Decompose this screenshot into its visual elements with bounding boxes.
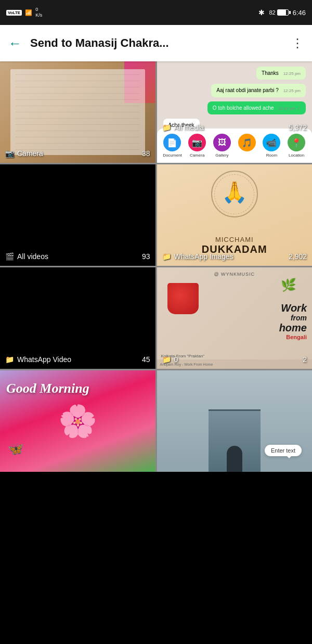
wynk-cell[interactable]: @ WYNKMUSIC 🌿 Work from home Bengali Kol… xyxy=(157,267,313,369)
toolbar: ← Send to Manasij Chakra... ⋮ xyxy=(0,25,312,61)
signal-icon: 📶 xyxy=(25,9,32,16)
whatsapp-images-label-left: 📁 WhatsApp Images xyxy=(162,252,233,261)
whatsapp-images-folder-icon: 📁 xyxy=(162,252,171,261)
battery-container: 82 xyxy=(269,9,288,16)
media-opt-camera: 📷 Camera xyxy=(186,134,209,158)
status-left: VoLTE 📶 0 K/s xyxy=(6,7,42,18)
audio-icon: 🎵 xyxy=(238,134,256,151)
camera-label: 📷 Camera 38 xyxy=(5,149,150,158)
good-morning-text: Good Morning xyxy=(6,381,89,396)
all-media-cell[interactable]: Thanks 12:25 pm Aaj raat obdi janate par… xyxy=(157,61,313,163)
camera-icon: 📷 xyxy=(5,149,14,158)
chat-bubble-1: Thanks 12:25 pm xyxy=(256,67,306,80)
enter-text-bubble: Enter text xyxy=(265,445,302,456)
all-media-folder-icon: 📁 xyxy=(162,123,171,132)
whatsapp-video-count: 45 xyxy=(142,355,150,364)
status-right: ✱ 82 6:46 xyxy=(258,8,306,17)
whatsapp-video-folder-icon: 📁 xyxy=(5,355,14,364)
all-videos-cell[interactable]: 🎬 All videos 93 xyxy=(0,164,155,266)
more-options-button[interactable]: ⋮ xyxy=(291,36,304,50)
camera-label-left: 📷 Camera xyxy=(5,149,43,158)
location-icon: 📍 xyxy=(288,134,305,151)
whatsapp-video-label-left: 📁 WhatsApp Video xyxy=(5,355,71,364)
document-label: Document xyxy=(163,153,181,158)
media-opt-audio: 🎵 xyxy=(236,134,258,158)
whatsapp-video-cell[interactable]: 📁 WhatsApp Video 45 xyxy=(0,267,155,369)
building-structure xyxy=(209,409,261,472)
battery-icon xyxy=(277,9,289,16)
document-icon: 📄 xyxy=(163,134,181,151)
media-camera-icon: 📷 xyxy=(188,134,206,151)
wynk-cup-decoration xyxy=(167,283,199,314)
media-opt-room: 📹 Room xyxy=(261,134,283,158)
video-icon: 🎬 xyxy=(5,252,14,261)
status-time: 6:46 xyxy=(293,9,306,17)
all-media-label: 📁 All media 5,372 xyxy=(162,123,307,132)
prayer-text-micchami: MICCHAMI xyxy=(215,236,254,243)
camera-label-text: Camera xyxy=(17,149,43,158)
all-videos-label: 🎬 All videos 93 xyxy=(5,252,150,261)
room-label: Room xyxy=(266,153,277,158)
enter-text-label: Enter text xyxy=(271,447,295,454)
wynk-text-from: from xyxy=(279,314,307,322)
gallery-icon: 🖼 xyxy=(213,134,231,151)
wynk-count: 2 xyxy=(303,355,307,364)
status-bar: VoLTE 📶 0 K/s ✱ 82 6:46 xyxy=(0,0,312,25)
all-media-label-left: 📁 All media xyxy=(162,123,204,132)
whatsapp-images-cell[interactable]: 🙏 MICCHAMI DUKKADAM 📁 WhatsApp Images 2,… xyxy=(157,164,313,266)
good-morning-cell[interactable]: Good Morning 🌸 🦋 xyxy=(0,370,155,472)
all-videos-count: 93 xyxy=(142,252,150,261)
battery-percent: 82 xyxy=(269,9,275,16)
whatsapp-images-label: 📁 WhatsApp Images 2,902 xyxy=(162,252,307,261)
volte-badge: VoLTE xyxy=(6,10,22,16)
wynk-plant-decoration: 🌿 xyxy=(281,278,296,292)
back-button[interactable]: ← xyxy=(8,35,22,51)
media-opt-gallery: 🖼 Gallery xyxy=(211,134,233,158)
camera-cell[interactable]: 📷 Camera 38 xyxy=(0,61,155,163)
all-videos-label-text: All videos xyxy=(17,252,48,261)
all-media-label-text: All media xyxy=(174,123,204,132)
media-opt-document: 📄 Document xyxy=(161,134,184,158)
chat-bubble-2: Aaj raat obdi janate parbi ? 12:25 pm xyxy=(211,84,306,97)
gallery-label: Gallery xyxy=(215,153,228,158)
whatsapp-images-label-text: WhatsApp Images xyxy=(174,252,233,261)
all-media-count: 5,372 xyxy=(289,123,307,132)
whatsapp-video-label: 📁 WhatsApp Video 45 xyxy=(5,355,150,364)
location-label: Location xyxy=(289,153,304,158)
prayer-hands-icon: 🙏 xyxy=(222,180,248,204)
prayer-background: 🙏 MICCHAMI DUKKADAM xyxy=(157,164,313,266)
all-videos-label-left: 🎬 All videos xyxy=(5,252,48,261)
wynk-background: @ WYNKMUSIC 🌿 Work from home Bengali Kol… xyxy=(157,267,313,369)
wynk-cell-label: 📁 0 2 xyxy=(162,355,307,364)
media-options-panel: 📄 Document 📷 Camera 🖼 Gallery 🎵 📹 Room 📍 xyxy=(157,128,313,163)
wynk-text-language: Bengali xyxy=(279,334,307,340)
bluetooth-icon: ✱ xyxy=(258,8,265,17)
media-camera-label: Camera xyxy=(190,153,204,158)
butterfly-decoration: 🦋 xyxy=(8,442,23,456)
wynk-logo: @ WYNKMUSIC xyxy=(214,272,255,277)
building-gate xyxy=(227,446,242,472)
wynk-song-info: Work from home Bengali xyxy=(279,302,307,340)
wynk-folder-icon: 📁 xyxy=(162,355,171,364)
paper-decoration xyxy=(10,69,145,155)
wynk-text-work: Work xyxy=(279,302,307,314)
wynk-label-text: 0 xyxy=(174,355,178,364)
building-cell[interactable]: Enter text xyxy=(157,370,313,472)
media-grid: 📷 Camera 38 Thanks 12:25 pm Aaj raat obd… xyxy=(0,61,312,472)
network-data: 0 K/s xyxy=(35,7,42,18)
camera-count: 38 xyxy=(142,149,150,158)
battery-fill xyxy=(278,10,286,15)
receipt-lines xyxy=(16,74,140,150)
whatsapp-images-count: 2,902 xyxy=(289,252,307,261)
page-title: Send to Manasij Chakra... xyxy=(30,36,283,50)
chat-bubble-3: O toh bolche allowed ache 12:42 pm ✓ xyxy=(207,101,306,114)
wynk-text-home: home xyxy=(279,322,307,334)
room-icon: 📹 xyxy=(263,134,280,151)
media-opt-location: 📍 Location xyxy=(285,134,308,158)
whatsapp-video-label-text: WhatsApp Video xyxy=(17,355,71,364)
wynk-label-left: 📁 0 xyxy=(162,355,178,364)
